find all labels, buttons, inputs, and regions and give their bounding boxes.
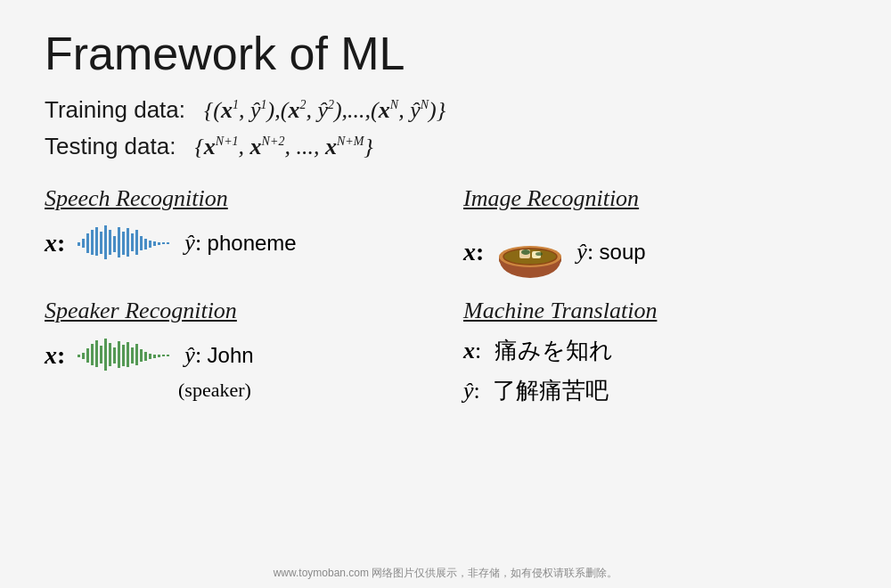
speech-waveform-icon	[76, 223, 174, 263]
training-data-formula: {(x1, ŷ1),(x2, ŷ2),...,(xN, ŷN)}	[204, 97, 446, 123]
testing-data-formula: {xN+1, xN+2, ..., xN+M}	[194, 134, 372, 159]
svg-rect-3	[91, 230, 94, 255]
speech-recognition-section: Speech Recognition x:	[45, 185, 446, 298]
svg-rect-18	[158, 242, 160, 245]
svg-rect-41	[131, 347, 134, 363]
svg-rect-7	[109, 230, 111, 255]
image-recognition-title: Image Recognition	[463, 185, 846, 212]
svg-rect-4	[95, 227, 98, 256]
svg-rect-30	[82, 353, 85, 359]
speaker-recognition-title: Speaker Recognition	[45, 298, 446, 324]
svg-rect-10	[122, 232, 125, 255]
watermark: www.toymoban.com 网络图片仅供展示，非存储，如有侵权请联系删除。	[0, 566, 891, 581]
svg-rect-8	[113, 236, 116, 252]
page-title: Framework of ML	[45, 27, 846, 80]
machine-translation-x-value: 痛みを知れ	[495, 337, 613, 363]
svg-rect-44	[144, 352, 147, 361]
svg-rect-33	[95, 340, 98, 367]
svg-rect-36	[109, 343, 111, 366]
svg-rect-43	[140, 349, 143, 362]
svg-rect-45	[149, 354, 151, 359]
svg-rect-29	[78, 355, 80, 357]
soup-bowl-icon	[495, 223, 566, 281]
slide: Framework of ML Training data: {(x1, ŷ1)…	[0, 0, 891, 588]
speaker-y-hat: ŷ: John	[184, 342, 253, 369]
examples-grid: Speech Recognition x:	[45, 185, 846, 420]
svg-rect-5	[100, 232, 102, 254]
machine-translation-y-row: ŷ: 了解痛苦吧	[463, 375, 846, 406]
speaker-waveform-icon	[76, 335, 174, 375]
speech-x-label: x:	[45, 229, 65, 257]
svg-rect-47	[158, 355, 160, 357]
svg-rect-32	[91, 344, 94, 365]
machine-translation-section: Machine Translation x: 痛みを知れ ŷ: 了解痛苦吧	[446, 298, 846, 420]
image-recognition-section: Image Recognition x:	[446, 185, 846, 298]
training-data-row: Training data: {(x1, ŷ1),(x2, ŷ2),...,(x…	[45, 96, 846, 124]
svg-rect-40	[127, 342, 129, 367]
svg-point-27	[535, 252, 543, 256]
svg-rect-16	[149, 241, 151, 248]
svg-rect-38	[118, 341, 120, 368]
svg-rect-15	[144, 239, 147, 249]
speaker-recognition-row: x:	[45, 335, 446, 375]
svg-point-26	[521, 249, 530, 255]
machine-translation-y-value: 了解痛苦吧	[493, 377, 609, 404]
speaker-x-label: x:	[45, 341, 65, 370]
speech-y-hat: ŷ: phoneme	[184, 230, 296, 257]
svg-rect-37	[113, 347, 116, 363]
training-data-label: Training data:	[45, 96, 198, 123]
svg-rect-1	[82, 239, 85, 248]
svg-rect-0	[78, 242, 80, 246]
svg-rect-12	[131, 233, 134, 251]
svg-rect-34	[100, 346, 102, 363]
svg-rect-2	[86, 233, 89, 253]
svg-rect-13	[135, 230, 138, 255]
svg-rect-17	[153, 241, 156, 246]
svg-rect-39	[122, 345, 125, 366]
speech-recognition-title: Speech Recognition	[45, 185, 446, 212]
svg-rect-9	[118, 227, 120, 257]
svg-rect-35	[104, 339, 107, 371]
machine-translation-x-row: x: 痛みを知れ	[463, 335, 846, 366]
svg-rect-6	[104, 225, 107, 259]
image-y-hat: ŷ: soup	[576, 239, 645, 265]
svg-rect-11	[127, 228, 129, 257]
machine-translation-title: Machine Translation	[463, 298, 846, 324]
image-x-label: x:	[463, 238, 484, 266]
speaker-note: (speaker)	[178, 379, 446, 402]
svg-rect-31	[86, 348, 89, 363]
svg-rect-42	[135, 344, 138, 365]
svg-rect-49	[167, 355, 169, 356]
svg-rect-20	[167, 242, 169, 244]
speech-recognition-row: x:	[45, 223, 446, 263]
testing-data-row: Testing data: {xN+1, xN+2, ..., xN+M}	[45, 133, 846, 160]
image-recognition-row: x:	[463, 223, 846, 281]
svg-rect-19	[162, 242, 165, 244]
testing-data-label: Testing data:	[45, 133, 189, 159]
svg-rect-48	[162, 355, 165, 356]
svg-rect-46	[153, 355, 156, 358]
speaker-recognition-section: Speaker Recognition x:	[45, 298, 446, 420]
svg-rect-14	[140, 236, 143, 250]
